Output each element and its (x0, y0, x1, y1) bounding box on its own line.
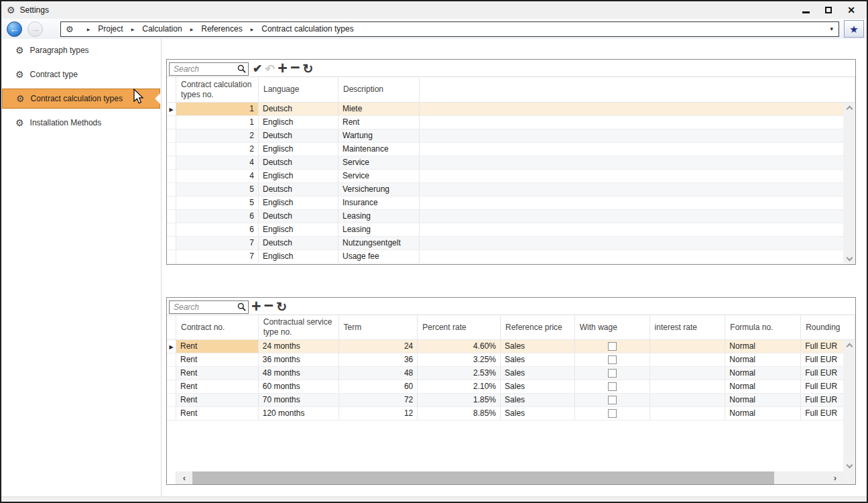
table-row[interactable]: 4DeutschService (167, 156, 855, 170)
cell[interactable]: 1 (176, 103, 259, 115)
cell[interactable] (420, 143, 855, 156)
cell[interactable]: Englisch (259, 143, 338, 156)
scroll-right-icon[interactable]: › (827, 471, 843, 484)
remove-row-icon[interactable]: − (264, 297, 274, 314)
cell[interactable]: 1.85% (418, 394, 501, 406)
cell[interactable] (575, 380, 650, 393)
column-header-percent-rate[interactable]: Percent rate (418, 315, 501, 339)
cell[interactable] (650, 380, 726, 393)
table-row[interactable]: Rent48 months482.53%SalesNormalFull EUR (167, 367, 855, 380)
table-row[interactable]: 2EnglischMaintenance (167, 143, 855, 156)
cell[interactable]: 5 (176, 183, 259, 196)
cell[interactable] (420, 129, 855, 142)
cell[interactable]: Nutzungsentgelt (338, 237, 420, 249)
sidebar-item-installation-methods[interactable]: ⚙ Installation Methods (2, 113, 160, 133)
cell[interactable] (650, 367, 726, 380)
with-wage-checkbox[interactable] (608, 409, 617, 418)
cell[interactable] (575, 407, 650, 420)
breadcrumb[interactable]: ⚙ ▶ Project ▶ Calculation ▶ References ▶… (60, 21, 839, 37)
cell[interactable] (420, 210, 855, 223)
cell[interactable]: 120 months (259, 407, 339, 420)
table-row[interactable]: 1EnglischRent (167, 116, 855, 129)
cell[interactable]: Normal (725, 380, 801, 393)
table-row[interactable]: 6DeutschLeasing (167, 210, 855, 223)
cell[interactable]: 2 (176, 143, 259, 156)
sidebar-item-paragraph-types[interactable]: ⚙ Paragraph types (2, 40, 160, 60)
cell[interactable]: Normal (725, 340, 801, 353)
cell[interactable]: Deutsch (259, 210, 338, 223)
refresh-icon[interactable]: ↻ (276, 300, 287, 313)
column-header-term[interactable]: Term (339, 315, 418, 339)
cell[interactable]: 12 (339, 407, 418, 420)
column-header-contractual-service-type-no-[interactable]: Contractual service type no. (259, 315, 339, 339)
table-row[interactable]: 7EnglischUsage fee (167, 250, 855, 264)
cell[interactable]: Rent (176, 407, 259, 420)
cell[interactable]: Rent (176, 367, 259, 380)
scroll-left-icon[interactable]: ‹ (176, 471, 192, 484)
cell[interactable]: Leasing (338, 210, 420, 223)
favorite-button[interactable]: ★ (844, 20, 864, 38)
cell[interactable]: Deutsch (259, 129, 338, 142)
cell[interactable]: 3.25% (418, 353, 501, 366)
cell[interactable]: Leasing (338, 223, 420, 236)
cell[interactable]: 7 (176, 250, 259, 263)
with-wage-checkbox[interactable] (608, 396, 617, 404)
table-row[interactable]: 5EnglischInsurance (167, 197, 855, 210)
cell[interactable]: 5 (176, 197, 259, 209)
maximize-button[interactable] (817, 1, 840, 19)
cell[interactable]: Rent (338, 116, 420, 129)
minimize-button[interactable] (794, 1, 817, 19)
cell[interactable] (650, 394, 726, 406)
breadcrumb-dropdown-icon[interactable]: ▾ (830, 25, 833, 32)
table-row[interactable]: Rent70 months721.85%SalesNormalFull EUR (167, 394, 855, 407)
table-row[interactable]: Rent60 months602.10%SalesNormalFull EUR (167, 380, 855, 394)
cell[interactable]: 6 (176, 223, 259, 236)
cell[interactable] (420, 250, 855, 263)
scroll-down-icon[interactable] (846, 255, 853, 262)
cell[interactable]: Deutsch (259, 156, 338, 169)
cell[interactable]: Deutsch (259, 183, 338, 196)
cell[interactable]: 72 (339, 394, 418, 406)
cell[interactable] (575, 367, 650, 380)
scroll-up-icon[interactable] (846, 343, 853, 350)
cell[interactable]: Deutsch (259, 103, 338, 115)
column-header-contract-no-[interactable]: Contract no. (176, 315, 259, 339)
cell[interactable]: Sales (501, 353, 575, 366)
column-header-with-wage[interactable]: With wage (575, 315, 650, 339)
cell[interactable]: 1 (176, 116, 259, 129)
scrollbar-track[interactable] (774, 471, 827, 484)
cell[interactable] (420, 197, 855, 209)
cell[interactable]: Englisch (259, 197, 338, 209)
add-row-icon[interactable]: + (251, 298, 261, 315)
breadcrumb-item-calculation[interactable]: Calculation (142, 24, 182, 34)
column-header-formula-no-[interactable]: Formula no. (725, 315, 801, 339)
column-header-reference-price[interactable]: Reference price (501, 315, 575, 339)
scroll-down-icon[interactable] (846, 462, 853, 469)
sidebar-item-contract-type[interactable]: ⚙ Contract type (2, 64, 160, 85)
cell[interactable]: Normal (725, 394, 801, 406)
cell[interactable] (575, 340, 650, 353)
table-row[interactable]: ▶Rent24 months244.60%SalesNormalFull EUR (167, 340, 855, 353)
column-header-interest-rate[interactable]: interest rate (650, 315, 726, 339)
with-wage-checkbox[interactable] (608, 342, 617, 351)
cell[interactable]: Normal (725, 367, 801, 380)
cell[interactable] (420, 156, 855, 169)
cell[interactable]: 4 (176, 170, 259, 182)
cell[interactable] (420, 183, 855, 196)
cell[interactable]: Rent (176, 340, 259, 353)
cell[interactable]: Rent (176, 394, 259, 406)
cell[interactable]: Versicherung (338, 183, 420, 196)
horizontal-scrollbar[interactable]: ‹ › (167, 471, 855, 484)
column-header-rounding[interactable]: Rounding (801, 315, 855, 339)
cell[interactable] (420, 170, 855, 182)
cell[interactable]: Englisch (259, 116, 338, 129)
cell[interactable]: Sales (501, 407, 575, 420)
cell[interactable] (650, 340, 726, 353)
add-row-icon[interactable]: + (277, 60, 288, 76)
table-row[interactable]: 4EnglischService (167, 170, 855, 183)
cell[interactable]: Englisch (259, 223, 338, 236)
cell[interactable] (650, 407, 726, 420)
cell[interactable]: Sales (501, 380, 575, 393)
cell[interactable]: Deutsch (259, 237, 338, 249)
cell[interactable]: 24 months (259, 340, 339, 353)
